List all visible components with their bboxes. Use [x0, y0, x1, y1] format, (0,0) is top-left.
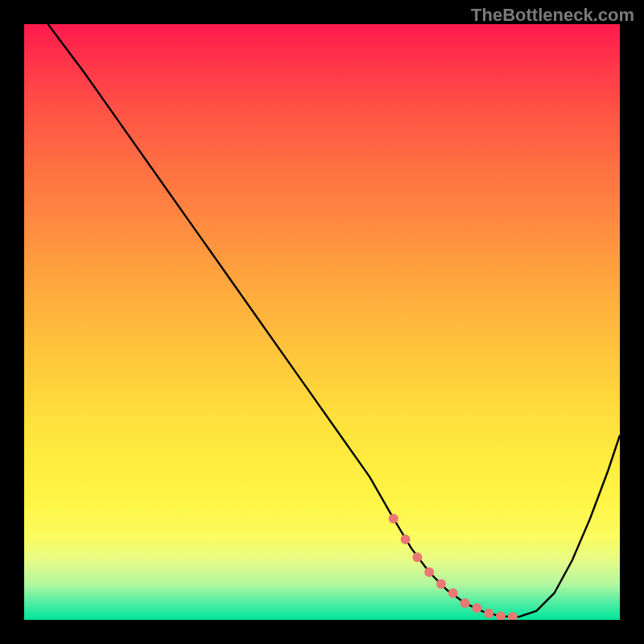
- chart-curve: [48, 24, 620, 617]
- marker-dot: [448, 588, 458, 598]
- marker-dot: [508, 612, 518, 620]
- marker-dot: [401, 535, 411, 544]
- marker-dot: [412, 552, 422, 562]
- marker-dot: [472, 603, 481, 613]
- marker-dot: [424, 568, 434, 577]
- marker-dot: [436, 580, 446, 589]
- marker-dot: [496, 612, 506, 620]
- watermark-text: TheBottleneck.com: [471, 5, 634, 26]
- marker-dot: [460, 598, 470, 608]
- chart-svg: [24, 24, 620, 620]
- chart-markers: [389, 514, 518, 620]
- marker-dot: [389, 514, 398, 523]
- chart-plot-area: [24, 24, 620, 620]
- marker-dot: [484, 609, 493, 618]
